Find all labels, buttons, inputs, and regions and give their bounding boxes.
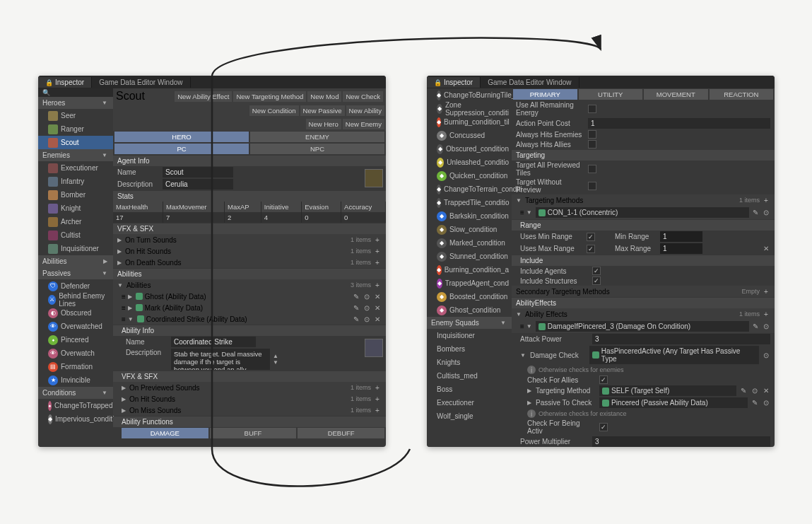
hits-allies-check[interactable] <box>588 140 596 149</box>
enemy-item[interactable]: Bomber <box>38 188 113 202</box>
vfx-fold[interactable]: ▶On Turn Sounds1 items+ <box>113 234 386 245</box>
enemy-item[interactable]: Inquisitioner <box>38 242 113 255</box>
ap-cost-input[interactable] <box>588 118 770 129</box>
heroes-header[interactable]: Heroes▼ <box>38 97 113 109</box>
target-icon[interactable]: ⊙ <box>751 387 759 395</box>
add-icon[interactable]: + <box>762 196 770 204</box>
target-icon[interactable]: ⊙ <box>762 209 770 217</box>
condition-item[interactable]: ◆TrappedAgent_cond <box>427 276 512 290</box>
conditions-header[interactable]: Conditions▼ <box>38 387 113 399</box>
new-hero-button[interactable]: New Hero <box>306 119 341 129</box>
stat-val[interactable]: 4 <box>261 212 301 223</box>
squads-header[interactable]: Enemy Squads▼ <box>427 317 512 329</box>
enemy-item[interactable]: Executioner <box>38 161 113 175</box>
hero-ranger[interactable]: Ranger <box>38 122 113 136</box>
target-icon[interactable]: ⊙ <box>762 351 770 359</box>
new-targeting-method-button[interactable]: New Targeting Method <box>233 91 306 102</box>
ptc-ref[interactable]: Pincered (Passive Ability Data) <box>599 397 748 408</box>
enemy-tab[interactable]: ENEMY <box>250 132 384 142</box>
edit-icon[interactable]: ✎ <box>352 303 360 312</box>
max-range-check[interactable]: ✓ <box>587 245 595 253</box>
pm-input[interactable] <box>592 436 770 447</box>
enemy-item[interactable]: Infantry <box>38 175 113 188</box>
abilities-header[interactable]: Abilities▶ <box>38 255 113 267</box>
tm-ref[interactable]: CON_1-1 (Concentric) <box>536 207 749 218</box>
vfx-fold[interactable]: ▶On Hit Sounds1 items+ <box>113 245 386 257</box>
ai-name-input[interactable] <box>171 337 256 347</box>
add-icon[interactable]: + <box>762 310 770 318</box>
condition-item[interactable]: ◆Marked_condition <box>427 236 512 250</box>
ae-fold[interactable]: ▼Ability Effects1 items+ <box>512 308 775 320</box>
reaction-tab[interactable]: REACTION <box>710 89 774 100</box>
condition-item[interactable]: ◆Impervious_conditio <box>38 412 113 426</box>
inc-struct-check[interactable]: ✓ <box>592 276 601 285</box>
stat-val[interactable]: 0 <box>302 212 341 223</box>
edit-icon[interactable]: ✎ <box>739 387 748 395</box>
use-energy-check[interactable] <box>588 105 596 113</box>
dc-ref[interactable]: HasPinceredActive (Any Target Has Passiv… <box>589 346 759 364</box>
squad-item[interactable]: Inquisitioner <box>427 329 512 342</box>
abilities-fold[interactable]: ▼Abilities3 items+ <box>113 279 386 291</box>
enemies-header[interactable]: Enemies▼ <box>38 149 113 161</box>
condition-item[interactable]: ◆ChangeToTerrain_conditi <box>427 182 512 196</box>
utility-tab[interactable]: UTILITY <box>579 89 643 100</box>
passives-header[interactable]: Passives▼ <box>38 267 113 279</box>
vfx-fold[interactable]: ▶On Previewed Sounds1 items+ <box>113 382 386 393</box>
hero-scout[interactable]: Scout <box>38 136 113 149</box>
min-range-input[interactable] <box>660 231 702 242</box>
passive-item[interactable]: ⬥Pincered <box>38 333 113 347</box>
condition-item[interactable]: ◆Ghost_condition <box>427 303 512 317</box>
add-icon[interactable]: + <box>373 247 382 255</box>
squad-item[interactable]: Bombers <box>427 342 512 356</box>
squad-item[interactable]: Boss <box>427 383 512 396</box>
primary-tab[interactable]: PRIMARY <box>513 89 577 100</box>
target-icon[interactable]: ⊙ <box>363 315 371 323</box>
edit-icon[interactable]: ✎ <box>352 292 360 301</box>
add-icon[interactable]: + <box>762 287 770 296</box>
enemy-item[interactable]: Archer <box>38 215 113 228</box>
enemy-item[interactable]: Knight <box>38 202 113 215</box>
condition-item[interactable]: ◆Quicken_condition <box>427 169 512 182</box>
tab-editor[interactable]: Game Data Editor Window <box>481 77 579 88</box>
stm-fold[interactable]: Secondary Targeting MethodsEmpty+ <box>512 286 775 297</box>
atk-input[interactable] <box>592 334 770 344</box>
condition-item[interactable]: ◆ChangeToBurningTile_co <box>427 88 512 102</box>
tm-fold[interactable]: ▼Targeting Methods1 items+ <box>512 194 775 206</box>
pc-tab[interactable]: PC <box>114 144 249 154</box>
passive-item[interactable]: ★Invincible <box>38 373 113 387</box>
max-range-input[interactable] <box>660 243 702 254</box>
new-condition-button[interactable]: New Condition <box>249 105 299 116</box>
hero-seer[interactable]: Seer <box>38 109 113 122</box>
stat-val[interactable]: 0 <box>341 212 386 223</box>
condition-item[interactable]: ◆Concussed <box>427 129 512 142</box>
new-passive-button[interactable]: New Passive <box>300 105 345 116</box>
squad-item[interactable]: Cultists_med <box>427 369 512 383</box>
squad-item[interactable]: Knights <box>427 356 512 369</box>
stat-val[interactable]: 2 <box>225 212 261 223</box>
stat-val[interactable]: 7 <box>163 212 225 223</box>
new-ability-effect-button[interactable]: New Ability Effect <box>175 91 232 102</box>
condition-item[interactable]: ◆Slow_condition <box>427 223 512 236</box>
edit-icon[interactable]: ✎ <box>751 209 760 217</box>
condition-item[interactable]: ◆Burning_condition_a <box>427 263 512 276</box>
passive-item[interactable]: 👁Overwatched <box>38 320 113 333</box>
target-nopreview-check[interactable] <box>588 182 596 190</box>
npc-tab[interactable]: NPC <box>250 144 384 154</box>
add-icon[interactable]: + <box>373 281 382 289</box>
target-icon[interactable]: ⊙ <box>363 292 371 301</box>
cfa-check[interactable]: ✓ <box>599 375 608 384</box>
new-check-button[interactable]: New Check <box>343 91 383 102</box>
desc-input[interactable] <box>163 179 233 190</box>
target-icon[interactable]: ⊙ <box>762 322 770 331</box>
edit-icon[interactable]: ✎ <box>352 315 360 323</box>
add-icon[interactable]: + <box>373 395 382 403</box>
ae-ref[interactable]: DamageIfPincered_3 (Damage On Condition) <box>536 321 749 332</box>
remove-icon[interactable]: ✕ <box>373 292 382 301</box>
ai-desc-input[interactable] <box>171 349 270 370</box>
edit-icon[interactable]: ✎ <box>751 322 760 331</box>
ae-ref-row[interactable]: ≡▼DamageIfPincered_3 (Damage On Conditio… <box>512 320 775 333</box>
condition-item[interactable]: ◆Barkskin_condition <box>427 209 512 223</box>
cba-check[interactable]: ✓ <box>599 423 608 431</box>
condition-item[interactable]: ◆Burning_condition_til <box>427 115 512 129</box>
passive-item[interactable]: ▤Formation <box>38 360 113 373</box>
